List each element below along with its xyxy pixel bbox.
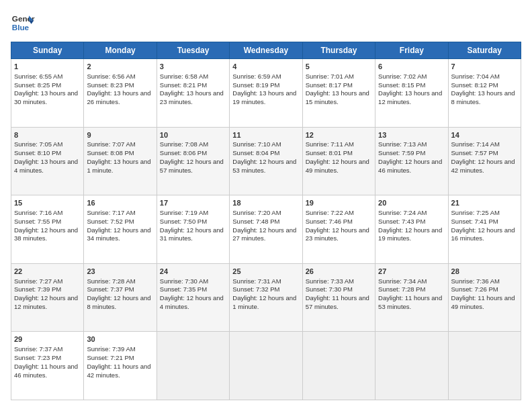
daylight: Daylight: 12 hours and 4 minutes. — [160, 294, 224, 310]
sunset: Sunset: 8:01 PM — [306, 149, 353, 156]
day-header-friday: Friday — [375, 42, 448, 59]
sunset: Sunset: 7:32 PM — [232, 285, 279, 293]
daylight: Daylight: 13 hours and 30 minutes. — [14, 89, 78, 105]
calendar-cell: 22Sunrise: 7:27 AMSunset: 7:39 PMDayligh… — [11, 263, 84, 332]
sunrise: Sunrise: 7:11 AM — [306, 140, 354, 148]
daylight: Daylight: 12 hours and 8 minutes. — [87, 294, 150, 310]
sunrise: Sunrise: 7:24 AM — [378, 209, 427, 216]
day-number: 11 — [232, 130, 299, 140]
day-number: 14 — [451, 130, 518, 140]
day-number: 18 — [232, 198, 299, 208]
day-number: 17 — [160, 198, 226, 208]
sunset: Sunset: 8:17 PM — [306, 81, 353, 89]
sunrise: Sunrise: 7:25 AM — [451, 209, 500, 216]
header-row: SundayMondayTuesdayWednesdayThursdayFrid… — [11, 42, 521, 59]
sunset: Sunset: 7:28 PM — [378, 285, 425, 293]
calendar-cell — [230, 332, 302, 400]
day-number: 21 — [451, 198, 518, 208]
day-number: 27 — [378, 267, 445, 277]
sunset: Sunset: 7:43 PM — [378, 218, 425, 225]
day-number: 28 — [451, 267, 518, 277]
day-number: 24 — [160, 267, 226, 277]
daylight: Daylight: 12 hours and 31 minutes. — [160, 226, 224, 242]
sunset: Sunset: 8:25 PM — [14, 81, 61, 89]
day-number: 25 — [232, 267, 299, 277]
sunset: Sunset: 8:10 PM — [14, 149, 61, 156]
sunrise: Sunrise: 7:22 AM — [306, 209, 354, 216]
sunrise: Sunrise: 7:37 AM — [14, 345, 62, 353]
week-row-5: 29Sunrise: 7:37 AMSunset: 7:23 PMDayligh… — [11, 332, 521, 400]
calendar-cell: 17Sunrise: 7:19 AMSunset: 7:50 PMDayligh… — [157, 195, 229, 264]
sunset: Sunset: 8:23 PM — [87, 81, 134, 89]
sunset: Sunset: 7:48 PM — [232, 218, 279, 225]
day-number: 20 — [378, 198, 445, 208]
daylight: Daylight: 13 hours and 26 minutes. — [87, 89, 150, 105]
day-number: 22 — [14, 267, 81, 277]
calendar-cell: 29Sunrise: 7:37 AMSunset: 7:23 PMDayligh… — [11, 332, 84, 400]
daylight: Daylight: 11 hours and 57 minutes. — [306, 294, 369, 310]
calendar-cell — [448, 332, 521, 400]
week-row-2: 8Sunrise: 7:05 AMSunset: 8:10 PMDaylight… — [11, 127, 521, 195]
daylight: Daylight: 12 hours and 16 minutes. — [451, 226, 515, 242]
daylight: Daylight: 12 hours and 49 minutes. — [306, 158, 369, 174]
calendar-cell: 24Sunrise: 7:30 AMSunset: 7:35 PMDayligh… — [157, 263, 229, 332]
sunset: Sunset: 8:12 PM — [451, 81, 498, 89]
calendar-cell: 20Sunrise: 7:24 AMSunset: 7:43 PMDayligh… — [375, 195, 448, 264]
sunset: Sunset: 7:26 PM — [451, 285, 498, 293]
daylight: Daylight: 12 hours and 53 minutes. — [232, 158, 296, 174]
daylight: Daylight: 13 hours and 12 minutes. — [378, 89, 442, 105]
sunrise: Sunrise: 7:20 AM — [232, 209, 281, 216]
calendar-cell — [302, 332, 375, 400]
daylight: Daylight: 11 hours and 53 minutes. — [378, 294, 442, 310]
calendar-cell: 11Sunrise: 7:10 AMSunset: 8:04 PMDayligh… — [230, 127, 302, 195]
sunset: Sunset: 7:21 PM — [87, 354, 134, 361]
sunset: Sunset: 8:04 PM — [232, 149, 279, 156]
day-number: 4 — [232, 62, 299, 72]
calendar-table: SundayMondayTuesdayWednesdayThursdayFrid… — [11, 42, 521, 400]
sunrise: Sunrise: 7:39 AM — [87, 345, 135, 353]
daylight: Daylight: 13 hours and 15 minutes. — [306, 89, 369, 105]
sunrise: Sunrise: 7:05 AM — [14, 140, 62, 148]
sunrise: Sunrise: 7:07 AM — [87, 140, 135, 148]
daylight: Daylight: 13 hours and 1 minute. — [87, 158, 150, 174]
daylight: Daylight: 12 hours and 12 minutes. — [14, 294, 78, 310]
daylight: Daylight: 12 hours and 27 minutes. — [232, 226, 296, 242]
sunset: Sunset: 7:46 PM — [306, 218, 353, 225]
sunset: Sunset: 7:57 PM — [451, 149, 498, 156]
calendar-cell: 30Sunrise: 7:39 AMSunset: 7:21 PMDayligh… — [84, 332, 157, 400]
sunrise: Sunrise: 7:14 AM — [451, 140, 500, 148]
day-number: 15 — [14, 198, 81, 208]
calendar-cell: 15Sunrise: 7:16 AMSunset: 7:55 PMDayligh… — [11, 195, 84, 264]
daylight: Daylight: 12 hours and 57 minutes. — [160, 158, 224, 174]
week-row-3: 15Sunrise: 7:16 AMSunset: 7:55 PMDayligh… — [11, 195, 521, 264]
sunrise: Sunrise: 7:08 AM — [160, 140, 208, 148]
daylight: Daylight: 12 hours and 34 minutes. — [87, 226, 150, 242]
sunset: Sunset: 8:08 PM — [87, 149, 134, 156]
calendar-cell: 27Sunrise: 7:34 AMSunset: 7:28 PMDayligh… — [375, 263, 448, 332]
day-header-tuesday: Tuesday — [157, 42, 229, 59]
calendar-cell: 1Sunrise: 6:55 AMSunset: 8:25 PMDaylight… — [11, 59, 84, 128]
sunset: Sunset: 8:19 PM — [232, 81, 279, 89]
daylight: Daylight: 12 hours and 19 minutes. — [378, 226, 442, 242]
daylight: Daylight: 13 hours and 4 minutes. — [14, 158, 78, 174]
calendar-cell: 25Sunrise: 7:31 AMSunset: 7:32 PMDayligh… — [230, 263, 302, 332]
daylight: Daylight: 13 hours and 19 minutes. — [232, 89, 296, 105]
sunrise: Sunrise: 7:31 AM — [232, 277, 281, 285]
calendar-cell: 9Sunrise: 7:07 AMSunset: 8:08 PMDaylight… — [84, 127, 157, 195]
daylight: Daylight: 11 hours and 49 minutes. — [451, 294, 515, 310]
calendar-cell: 5Sunrise: 7:01 AMSunset: 8:17 PMDaylight… — [302, 59, 375, 128]
daylight: Daylight: 11 hours and 42 minutes. — [87, 363, 150, 379]
sunset: Sunset: 7:50 PM — [160, 218, 207, 225]
daylight: Daylight: 12 hours and 1 minute. — [232, 294, 296, 310]
calendar-cell: 26Sunrise: 7:33 AMSunset: 7:30 PMDayligh… — [302, 263, 375, 332]
sunrise: Sunrise: 7:13 AM — [378, 140, 427, 148]
sunset: Sunset: 7:23 PM — [14, 354, 61, 361]
calendar-cell: 28Sunrise: 7:36 AMSunset: 7:26 PMDayligh… — [448, 263, 521, 332]
sunrise: Sunrise: 7:10 AM — [232, 140, 281, 148]
calendar-cell: 7Sunrise: 7:04 AMSunset: 8:12 PMDaylight… — [448, 59, 521, 128]
day-number: 9 — [87, 130, 153, 140]
day-number: 19 — [306, 198, 372, 208]
page: General Blue SundayMondayTuesdayWednesda… — [0, 0, 532, 411]
calendar-cell: 13Sunrise: 7:13 AMSunset: 7:59 PMDayligh… — [375, 127, 448, 195]
sunset: Sunset: 7:59 PM — [378, 149, 425, 156]
